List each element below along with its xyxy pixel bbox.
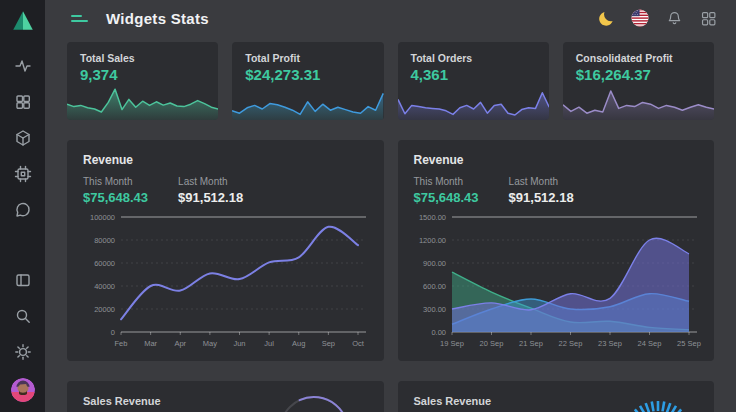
- stat-value: 4,361: [398, 64, 549, 83]
- svg-text:21 Sep: 21 Sep: [519, 339, 543, 348]
- svg-text:22 Sep: 22 Sep: [558, 339, 582, 348]
- language-selector[interactable]: [630, 8, 650, 28]
- svg-text:19 Sep: 19 Sep: [440, 339, 464, 348]
- svg-text:40000: 40000: [94, 282, 115, 291]
- activity-icon: [14, 57, 32, 75]
- svg-text:1500.00: 1500.00: [418, 213, 445, 222]
- svg-text:May: May: [203, 339, 217, 348]
- last-month-value: $91,512.18: [178, 190, 243, 205]
- stat-label: Total Sales: [67, 42, 218, 64]
- total-profit-sparkline: [232, 86, 383, 120]
- revenue-area-card: Revenue This Month $75,648.43 Last Month…: [398, 140, 715, 361]
- settings-icon: [14, 343, 32, 361]
- svg-text:80000: 80000: [94, 236, 115, 245]
- this-month-label: This Month: [414, 176, 479, 187]
- svg-text:0: 0: [111, 328, 115, 337]
- svg-text:23 Sep: 23 Sep: [598, 339, 622, 348]
- sales-revenue-gauge: [272, 387, 356, 412]
- this-month-value: $75,648.43: [414, 190, 479, 205]
- card-title: Revenue: [83, 153, 368, 167]
- svg-text:300.00: 300.00: [423, 305, 446, 314]
- revenue-line-chart: 020000400006000080000100000FebMarAprMayJ…: [83, 211, 368, 349]
- last-month-label: Last Month: [178, 176, 243, 187]
- svg-text:25 Sep: 25 Sep: [677, 339, 701, 348]
- sidebar-item-messages[interactable]: [0, 192, 45, 228]
- top-header: Widgets Stats: [45, 0, 736, 36]
- moon-icon: [598, 10, 615, 27]
- revenue-line-card: Revenue This Month $75,648.43 Last Month…: [67, 140, 384, 361]
- avatar-image-icon: [11, 378, 35, 402]
- sidebar-item-search[interactable]: [0, 298, 45, 334]
- svg-text:24 Sep: 24 Sep: [637, 339, 661, 348]
- card-title: Revenue: [414, 153, 699, 167]
- total-sales-sparkline: [67, 86, 218, 120]
- layout-icon: [14, 271, 32, 289]
- sidebar-item-settings[interactable]: [0, 334, 45, 370]
- revenue-area-chart: 0.00300.00600.00900.001200.001500.0019 S…: [414, 211, 699, 349]
- sidebar-item-packages[interactable]: [0, 120, 45, 156]
- sidebar-item-widgets[interactable]: [0, 84, 45, 120]
- this-month-label: This Month: [83, 176, 148, 187]
- total-orders-card: Total Orders 4,361: [398, 42, 549, 120]
- menu-icon[interactable]: [71, 12, 89, 25]
- last-month-value: $91,512.18: [509, 190, 574, 205]
- bell-icon: [666, 10, 683, 27]
- cpu-icon: [14, 165, 32, 183]
- svg-text:1200.00: 1200.00: [418, 236, 445, 245]
- svg-text:60000: 60000: [94, 259, 115, 268]
- stat-label: Total Orders: [398, 42, 549, 64]
- sales-revenue-gauge-card: Sales Revenue $9,641.26: [67, 381, 384, 412]
- svg-text:Mar: Mar: [144, 339, 157, 348]
- svg-text:20 Sep: 20 Sep: [479, 339, 503, 348]
- chat-icon: [14, 201, 32, 219]
- grid-icon: [14, 93, 32, 111]
- svg-text:900.00: 900.00: [423, 259, 446, 268]
- sidebar-item-system[interactable]: [0, 156, 45, 192]
- main-content: Total Sales 9,374 Total Profit $24,273.3…: [45, 36, 736, 412]
- svg-text:Sep: Sep: [322, 339, 335, 348]
- svg-text:0.00: 0.00: [431, 328, 446, 337]
- cube-icon: [14, 129, 32, 147]
- sales-revenue-row: Sales Revenue $9,641.26 Sales Revenue $9…: [67, 381, 714, 412]
- sales-revenue-tick-gauge-card: Sales Revenue $9,641.26: [398, 381, 715, 412]
- sidebar: [0, 0, 45, 412]
- this-month-value: $75,648.43: [83, 190, 148, 205]
- apps-menu-button[interactable]: [698, 8, 718, 28]
- page-title: Widgets Stats: [106, 10, 209, 27]
- svg-text:Oct: Oct: [352, 339, 365, 348]
- sidebar-item-layout[interactable]: [0, 262, 45, 298]
- stat-label: Total Profit: [232, 42, 383, 64]
- stat-cards-row: Total Sales 9,374 Total Profit $24,273.3…: [67, 42, 714, 120]
- user-avatar[interactable]: [11, 378, 35, 402]
- total-profit-card: Total Profit $24,273.31: [232, 42, 383, 120]
- svg-text:Jul: Jul: [264, 339, 274, 348]
- svg-text:20000: 20000: [94, 305, 115, 314]
- sidebar-item-activity[interactable]: [0, 48, 45, 84]
- us-flag-icon: [631, 9, 649, 27]
- stat-label: Consolidated Profit: [563, 42, 714, 64]
- app-logo-icon[interactable]: [10, 8, 36, 34]
- search-icon: [14, 307, 32, 325]
- apps-icon: [700, 10, 717, 27]
- total-orders-sparkline: [398, 86, 549, 120]
- svg-text:600.00: 600.00: [423, 282, 446, 291]
- svg-text:Feb: Feb: [115, 339, 128, 348]
- total-sales-card: Total Sales 9,374: [67, 42, 218, 120]
- svg-text:Aug: Aug: [292, 339, 305, 348]
- last-month-label: Last Month: [509, 176, 574, 187]
- stat-value: $24,273.31: [232, 64, 383, 83]
- svg-text:100000: 100000: [90, 213, 115, 222]
- notifications-button[interactable]: [664, 8, 684, 28]
- dark-mode-toggle[interactable]: [596, 8, 616, 28]
- sales-revenue-tick-gauge: [616, 387, 700, 412]
- stat-value: $16,264.37: [563, 64, 714, 83]
- svg-text:Apr: Apr: [174, 339, 186, 348]
- consolidated-profit-sparkline: [563, 86, 714, 120]
- consolidated-profit-card: Consolidated Profit $16,264.37: [563, 42, 714, 120]
- svg-text:Jun: Jun: [233, 339, 245, 348]
- stat-value: 9,374: [67, 64, 218, 83]
- revenue-row: Revenue This Month $75,648.43 Last Month…: [67, 140, 714, 361]
